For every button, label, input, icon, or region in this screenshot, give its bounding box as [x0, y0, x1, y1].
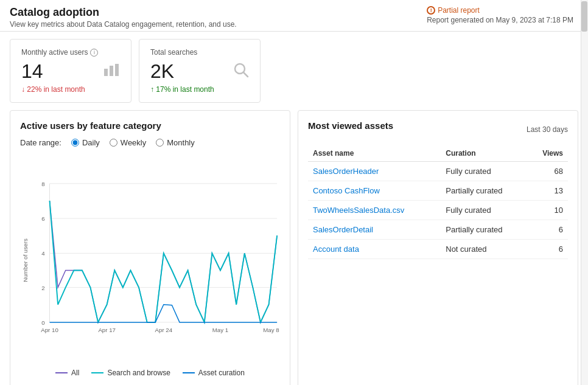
- curation-cell: Not curated: [441, 240, 528, 259]
- col-asset-name: Asset name: [308, 145, 441, 162]
- radio-daily[interactable]: Daily: [71, 138, 100, 147]
- radio-monthly-label: Monthly: [167, 138, 195, 147]
- main-content: Active users by feature category Date ra…: [0, 110, 588, 385]
- radio-monthly-input[interactable]: [156, 139, 164, 147]
- views-cell: 13: [528, 181, 568, 201]
- date-range-row: Date range: Daily Weekly Monthly: [20, 138, 280, 147]
- active-users-chart-title: Active users by feature category: [20, 120, 280, 131]
- asset-link[interactable]: TwoWheelsSalesData.csv: [313, 206, 404, 215]
- legend-search: Search and browse: [91, 369, 170, 377]
- active-users-change: ↓ 22% in last month: [21, 85, 120, 94]
- report-generated-text: Report generated on May 9, 2023 at 7:18 …: [427, 16, 573, 24]
- active-users-panel: Active users by feature category Date ra…: [10, 110, 290, 385]
- svg-text:Number of users: Number of users: [22, 238, 29, 282]
- legend-all: All: [55, 369, 79, 377]
- asset-link[interactable]: Contoso CashFlow: [313, 186, 380, 195]
- active-users-card: Monthly active users i 14 ↓ 22% in last …: [10, 39, 131, 103]
- up-arrow-icon: ↑: [150, 85, 154, 94]
- svg-text:0: 0: [41, 319, 45, 326]
- most-viewed-header: Most viewed assets Last 30 days: [308, 120, 568, 138]
- radio-weekly-input[interactable]: [110, 139, 117, 147]
- legend-search-line: [91, 372, 103, 373]
- legend-search-label: Search and browse: [107, 369, 170, 377]
- curation-cell: Partially curated: [441, 220, 528, 240]
- table-row: TwoWheelsSalesData.csv Fully curated 10: [308, 201, 568, 220]
- svg-text:Apr 10: Apr 10: [41, 327, 58, 333]
- total-searches-card: Total searches 2K ↑ 17% in last month: [139, 39, 261, 103]
- svg-text:Apr 17: Apr 17: [98, 327, 116, 333]
- svg-text:May 1: May 1: [212, 327, 228, 333]
- asset-name-cell: Account data: [308, 240, 441, 259]
- legend-all-label: All: [71, 369, 79, 377]
- radio-daily-input[interactable]: [71, 139, 79, 147]
- asset-name-cell: Contoso CashFlow: [308, 181, 441, 201]
- asset-link[interactable]: SalesOrderHeader: [313, 167, 379, 176]
- search-icon: [233, 62, 249, 82]
- total-searches-label: Total searches: [150, 48, 249, 57]
- assets-table-header: Asset name Curation Views: [308, 145, 568, 162]
- asset-curation-line: [50, 305, 278, 322]
- asset-name-cell: TwoWheelsSalesData.csv: [308, 201, 441, 220]
- svg-text:4: 4: [41, 250, 45, 257]
- svg-text:Apr 24: Apr 24: [155, 327, 173, 333]
- page-subtitle: View key metrics about Data Catalog enga…: [10, 20, 237, 29]
- table-row: Account data Not curated 6: [308, 240, 568, 259]
- total-searches-value: 2K: [150, 60, 174, 83]
- table-row: SalesOrderDetail Partially curated 6: [308, 220, 568, 240]
- search-browse-line: [50, 201, 278, 322]
- radio-weekly[interactable]: Weekly: [110, 138, 146, 147]
- active-users-label: Monthly active users i: [21, 48, 120, 57]
- asset-name-cell: SalesOrderDetail: [308, 220, 441, 240]
- chart-legend: All Search and browse Asset curation: [20, 369, 280, 377]
- partial-report-label: Partial report: [438, 6, 480, 15]
- legend-asset-line: [183, 372, 195, 373]
- down-arrow-icon: ↓: [21, 85, 25, 94]
- legend-asset: Asset curation: [183, 369, 245, 377]
- partial-report-badge: ! Partial report: [427, 6, 573, 15]
- active-users-value-row: 14: [21, 60, 120, 83]
- curation-cell: Fully curated: [441, 162, 528, 181]
- table-row: SalesOrderHeader Fully curated 68: [308, 162, 568, 181]
- views-cell: 6: [528, 220, 568, 240]
- views-cell: 6: [528, 240, 568, 259]
- most-viewed-panel: Most viewed assets Last 30 days Asset na…: [298, 110, 578, 385]
- col-curation: Curation: [441, 145, 528, 162]
- total-searches-change: ↑ 17% in last month: [150, 85, 249, 94]
- scrollbar[interactable]: [581, 0, 588, 385]
- bar-chart-icon: [103, 63, 120, 81]
- asset-name-cell: SalesOrderHeader: [308, 162, 441, 181]
- svg-rect-1: [110, 66, 113, 76]
- radio-daily-label: Daily: [82, 138, 100, 147]
- views-cell: 68: [528, 162, 568, 181]
- page-header: Catalog adoption View key metrics about …: [0, 0, 588, 32]
- assets-table: Asset name Curation Views SalesOrderHead…: [308, 145, 568, 259]
- svg-text:6: 6: [41, 215, 44, 222]
- legend-all-line: [55, 372, 68, 373]
- curation-cell: Fully curated: [441, 201, 528, 220]
- most-viewed-title: Most viewed assets: [308, 120, 393, 131]
- last-30-days-label: Last 30 days: [527, 125, 568, 134]
- page-title: Catalog adoption: [10, 6, 237, 19]
- views-cell: 10: [528, 201, 568, 220]
- asset-link[interactable]: SalesOrderDetail: [313, 225, 373, 234]
- svg-rect-2: [115, 64, 119, 76]
- date-range-label: Date range:: [20, 138, 61, 147]
- legend-asset-label: Asset curation: [198, 369, 245, 377]
- metrics-row: Monthly active users i 14 ↓ 22% in last …: [0, 32, 588, 110]
- active-users-value: 14: [21, 60, 43, 83]
- svg-text:8: 8: [41, 181, 44, 187]
- total-searches-value-row: 2K: [150, 60, 249, 83]
- chart-svg: Number of users 8 6 4: [20, 157, 280, 364]
- assets-table-body: SalesOrderHeader Fully curated 68 Contos…: [308, 162, 568, 259]
- table-row: Contoso CashFlow Partially curated 13: [308, 181, 568, 201]
- asset-link[interactable]: Account data: [313, 245, 359, 254]
- col-views: Views: [528, 145, 568, 162]
- radio-weekly-label: Weekly: [121, 138, 146, 147]
- partial-report-icon: !: [427, 6, 435, 15]
- svg-text:2: 2: [41, 285, 44, 291]
- chart-container: Number of users 8 6 4: [20, 157, 280, 364]
- scrollbar-thumb[interactable]: [581, 1, 587, 32]
- curation-cell: Partially curated: [441, 181, 528, 201]
- radio-monthly[interactable]: Monthly: [156, 138, 195, 147]
- active-users-info-icon[interactable]: i: [90, 49, 98, 57]
